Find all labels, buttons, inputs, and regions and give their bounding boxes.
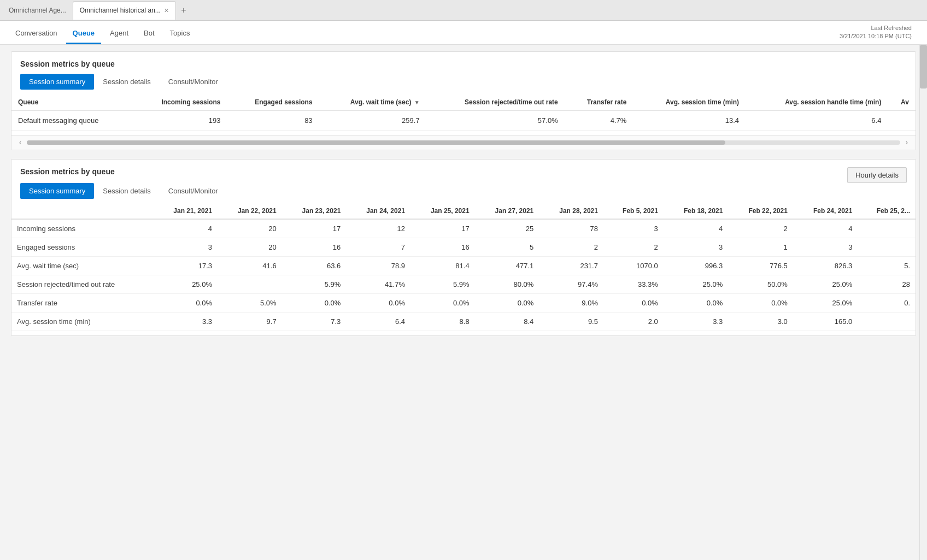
pivot-cell: 3 [664,238,729,257]
pivot-cell: 3 [153,238,218,257]
pivot-table-row: Avg. wait time (sec)17.341.663.678.981.4… [11,257,916,275]
browser-tab-1-label: Omnichannel Age... [9,7,66,14]
pivot-metric-label: Session rejected/timed out rate [11,275,153,294]
pivot-table-row: Incoming sessions42017121725783424 [11,219,916,238]
pivot-cell: 7.3 [282,313,347,331]
pivot-table-row: Session rejected/timed out rate25.0%5.9%… [11,275,916,294]
pivot-cell: 97.4% [539,275,603,294]
browser-tab-2[interactable]: Omnichannel historical an... ✕ [73,1,176,20]
nav-tab-bot[interactable]: Bot [137,23,161,44]
pivot-cell: 4 [153,219,218,238]
table-cell: 259.7 [319,111,426,131]
pivot-cell: 165.0 [793,313,858,331]
close-tab-icon[interactable]: ✕ [164,7,169,14]
pivot-metric-label: Avg. session time (min) [11,313,153,331]
pivot-date-header: Feb 24, 2021 [793,203,858,219]
panel-1-tab-session-summary[interactable]: Session summary [20,74,94,90]
table-cell: 4.7% [565,111,633,131]
panel-2-tab-session-summary[interactable]: Session summary [20,183,94,199]
pivot-cell: 4 [793,219,858,238]
pivot-cell: 2.0 [603,313,664,331]
pivot-cell: 25.0% [153,275,218,294]
pivot-cell: 1070.0 [603,257,664,275]
pivot-cell: 6.4 [346,313,410,331]
pivot-cell: 1 [728,238,793,257]
pivot-date-header: Feb 18, 2021 [664,203,729,219]
pivot-cell: 80.0% [475,275,539,294]
panel-1-header: Session metrics by queue Session summary… [11,52,916,94]
pivot-metric-label: Incoming sessions [11,219,153,238]
pivot-cell: 8.4 [475,313,539,331]
col-header-av: Av [888,94,916,111]
pivot-date-header: Jan 23, 2021 [282,203,347,219]
pivot-cell: 8.8 [410,313,475,331]
pivot-cell [218,275,282,294]
panel-1-table: Queue Incoming sessions Engaged sessions… [11,94,916,131]
pivot-cell: 3 [603,219,664,238]
pivot-cell: 78 [539,219,603,238]
last-refreshed-info: Last Refreshed 3/21/2021 10:18 PM (UTC) [840,24,912,41]
panel-2-tab-consult-monitor[interactable]: Consult/Monitor [160,183,227,199]
col-header-transfer: Transfer rate [565,94,633,111]
pivot-cell: 0.0% [603,294,664,313]
pivot-cell: 81.4 [410,257,475,275]
last-refreshed-label: Last Refreshed [840,24,912,32]
pivot-cell: 17 [282,219,347,238]
pivot-cell: 9.5 [539,313,603,331]
main-content: Session metrics by queue Session summary… [0,45,927,560]
pivot-cell: 25 [475,219,539,238]
nav-tab-queue[interactable]: Queue [66,23,101,44]
pivot-metric-label: Transfer rate [11,294,153,313]
scroll-left-icon[interactable]: ‹ [16,138,25,148]
pivot-cell: 25.0% [664,275,729,294]
pivot-cell: 5 [475,238,539,257]
pivot-cell: 5.9% [410,275,475,294]
pivot-cell: 231.7 [539,257,603,275]
col-header-engaged: Engaged sessions [227,94,319,111]
pivot-cell: 63.6 [282,257,347,275]
nav-tab-topics[interactable]: Topics [163,23,197,44]
pivot-cell [858,238,916,257]
pivot-cell: 16 [282,238,347,257]
table-cell: 193 [133,111,227,131]
panel-1-tab-session-details[interactable]: Session details [94,74,159,90]
panel-1-title: Session metrics by queue [20,60,907,68]
pivot-cell [858,219,916,238]
pivot-cell: 7 [346,238,410,257]
pivot-cell: 3 [793,238,858,257]
pivot-cell: 2 [728,219,793,238]
scroll-right-icon[interactable]: › [902,138,911,148]
panel-1-table-container[interactable]: Queue Incoming sessions Engaged sessions… [11,94,916,135]
pivot-cell: 0.0% [728,294,793,313]
pivot-cell: 5.0% [218,294,282,313]
pivot-date-header: Jan 25, 2021 [410,203,475,219]
col-header-avg-wait[interactable]: Avg. wait time (sec) ▼ [319,94,426,111]
page-vertical-scrollbar[interactable] [919,45,927,560]
pivot-cell: 826.3 [793,257,858,275]
panel-2-header: Session metrics by queue Hourly details … [11,160,916,203]
pivot-cell: 0.0% [664,294,729,313]
pivot-cell: 9.7 [218,313,282,331]
nav-tab-agent[interactable]: Agent [103,23,135,44]
table-cell: 13.4 [633,111,746,131]
panel-1: Session metrics by queue Session summary… [11,51,916,150]
pivot-cell: 33.3% [603,275,664,294]
pivot-cell: 0.0% [475,294,539,313]
pivot-cell: 0.0% [410,294,475,313]
panel-2-table-container[interactable]: Jan 21, 2021Jan 22, 2021Jan 23, 2021Jan … [11,203,916,335]
scroll-track[interactable] [27,140,900,145]
panel-2-tab-session-details[interactable]: Session details [94,183,159,199]
hourly-details-button[interactable]: Hourly details [847,167,907,183]
panel-2: Session metrics by queue Hourly details … [11,159,916,336]
pivot-date-header: Feb 25, 2... [858,203,916,219]
panel-1-tab-consult-monitor[interactable]: Consult/Monitor [160,74,227,90]
browser-tab-2-label: Omnichannel historical an... [80,7,161,14]
pivot-cell: 477.1 [475,257,539,275]
new-tab-button[interactable]: + [176,3,191,18]
pivot-cell: 0. [858,294,916,313]
pivot-table-row: Avg. session time (min)3.39.77.36.48.88.… [11,313,916,331]
pivot-cell: 12 [346,219,410,238]
nav-tab-conversation[interactable]: Conversation [9,23,64,44]
browser-tab-1[interactable]: Omnichannel Age... [2,1,73,20]
horizontal-scroll-bar[interactable]: ‹ › [11,135,916,150]
